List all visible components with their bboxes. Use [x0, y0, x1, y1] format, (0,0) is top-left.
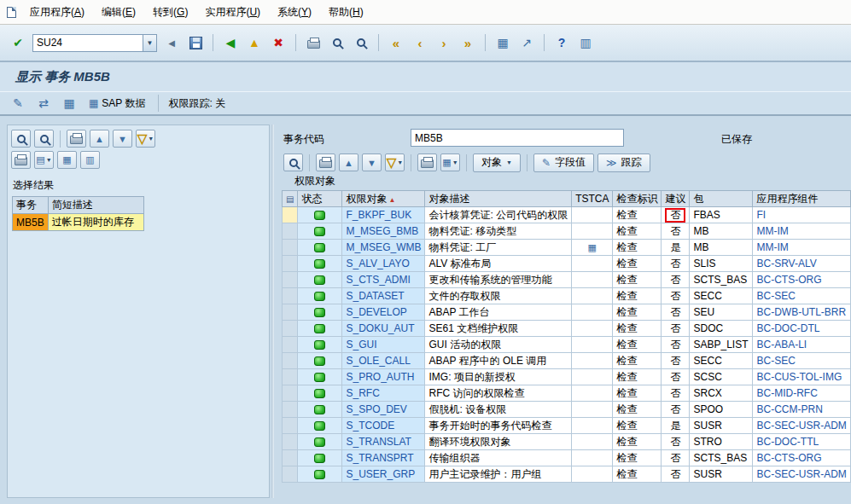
detail-icon[interactable] — [283, 154, 303, 171]
check-flag-column-header[interactable]: 检查标识 — [613, 191, 662, 207]
auth-object-name[interactable]: S_ALV_LAYO — [342, 256, 425, 272]
print-list-icon[interactable] — [67, 130, 86, 148]
auth-object-name[interactable]: S_CTS_ADMI — [342, 272, 425, 288]
menu-item[interactable]: 系统(Y) — [276, 3, 313, 21]
back-icon[interactable]: ◀ — [221, 33, 240, 52]
command-dropdown-icon[interactable]: ▼ — [143, 35, 156, 51]
tcode-column-header[interactable]: 事务 — [13, 197, 49, 214]
views-icon[interactable]: ▦▼ — [440, 154, 460, 171]
filter-icon[interactable]: ▽▼ — [385, 154, 405, 171]
row-selector-cell[interactable] — [283, 353, 298, 369]
auth-object-name[interactable]: S_DEVELOP — [342, 304, 425, 321]
status-green-icon[interactable] — [314, 211, 325, 220]
auth-object-name[interactable]: S_DATASET — [342, 288, 425, 304]
sort-ascending-icon[interactable]: ▲ — [339, 154, 358, 171]
select-all-header[interactable]: ▤ — [283, 191, 298, 207]
enter-icon[interactable]: ✔ — [9, 33, 27, 52]
trace-button[interactable]: ≫ 跟踪 — [597, 154, 650, 172]
status-green-icon[interactable] — [314, 227, 325, 236]
sap-data-button[interactable]: ▦ SAP 数据 — [85, 96, 149, 112]
auth-object-row[interactable]: F_BKPF_BUK会计核算凭证: 公司代码的权限检查否FBASFI — [283, 207, 851, 223]
details-icon[interactable] — [11, 130, 31, 148]
status-green-icon[interactable] — [314, 259, 325, 269]
row-selector-cell[interactable] — [283, 207, 298, 223]
find-next-icon[interactable] — [352, 33, 370, 52]
auth-object-name[interactable]: S_USER_GRP — [342, 466, 425, 483]
status-green-icon[interactable] — [314, 373, 325, 382]
tstca-values-icon[interactable]: ▦ — [588, 242, 597, 252]
selection-row[interactable]: MB5B 过帐日期时的库存 — [13, 214, 144, 231]
auth-object-row[interactable]: S_TRANSLAT翻译环境权限对象检查否STROBC-DOC-TTL — [283, 434, 851, 450]
status-green-icon[interactable] — [314, 340, 325, 350]
customize-layout-icon[interactable]: ▥ — [576, 33, 595, 52]
auth-object-name[interactable]: M_MSEG_WMB — [342, 240, 425, 256]
first-page-icon[interactable]: « — [387, 33, 405, 52]
package-column-header[interactable]: 包 — [690, 191, 753, 207]
print-preview-icon[interactable] — [11, 151, 31, 169]
command-input[interactable] — [33, 35, 143, 51]
last-page-icon[interactable]: » — [458, 33, 477, 52]
auth-object-name[interactable]: S_SPO_DEV — [342, 402, 425, 418]
menu-item[interactable]: 实用程序(U) — [203, 3, 262, 21]
field-values-button[interactable]: ✎ 字段值 — [533, 154, 594, 172]
row-selector-cell[interactable] — [283, 418, 298, 434]
auth-object-row[interactable]: S_DATASET文件的存取权限检查否SECCBC-SEC — [283, 288, 851, 304]
status-green-icon[interactable] — [314, 421, 325, 431]
auth-object-name[interactable]: S_GUI — [342, 337, 425, 353]
print-list-icon[interactable] — [417, 154, 437, 171]
row-selector-cell[interactable] — [283, 223, 298, 240]
filter-icon[interactable]: ▽▼ — [136, 130, 155, 148]
auth-object-row[interactable]: S_OLE_CALLABAP 程序中的 OLE 调用检查否SECCBC-SEC — [283, 353, 851, 369]
auth-object-name[interactable]: S_TRANSLAT — [342, 434, 425, 450]
row-selector-cell[interactable] — [283, 369, 298, 385]
find-icon[interactable] — [328, 33, 347, 52]
status-green-icon[interactable] — [314, 308, 325, 317]
status-green-icon[interactable] — [314, 405, 325, 414]
tstca-column-header[interactable]: TSTCA — [572, 191, 613, 207]
auth-object-row[interactable]: S_TCODE事务开始时的事务代码检查检查是SUSRBC-SEC-USR-ADM — [283, 418, 851, 434]
display-object-icon[interactable] — [34, 130, 54, 148]
help-icon[interactable]: ? — [552, 33, 571, 52]
command-collapse-icon[interactable]: ◀ — [162, 33, 181, 52]
auth-object-column-header[interactable]: 权限对象▲ — [342, 191, 425, 207]
auth-object-name[interactable]: S_PRO_AUTH — [342, 369, 425, 385]
auth-object-row[interactable]: S_USER_GRP用户主记录维护：用户组检查否SUSRBC-SEC-USR-A… — [283, 466, 851, 483]
print-icon[interactable] — [304, 33, 323, 52]
auth-object-row[interactable]: S_DEVELOPABAP 工作台检查否SEUBC-DWB-UTL-BRR — [283, 304, 851, 321]
auth-object-row[interactable]: S_GUIGUI 活动的权限检查否SABP_LISTBC-ABA-LI — [283, 337, 851, 353]
row-selector-cell[interactable] — [283, 304, 298, 321]
auth-object-row[interactable]: S_PRO_AUTHIMG: 项目的新授权检查否SCSCBC-CUS-TOL-I… — [283, 369, 851, 385]
auth-object-row[interactable]: M_MSEG_BMB物料凭证: 移动类型检查否MBMM-IM — [283, 223, 851, 240]
previous-page-icon[interactable]: ‹ — [411, 33, 429, 52]
menu-item[interactable]: 应用程序(A) — [28, 3, 86, 21]
auth-object-row[interactable]: S_TRANSPRT传输组织器检查否SCTS_BASBC-CTS-ORG — [283, 450, 851, 466]
status-green-icon[interactable] — [314, 454, 325, 463]
exit-icon[interactable]: ▲ — [245, 33, 264, 52]
status-green-icon[interactable] — [314, 275, 325, 285]
new-session-icon[interactable]: ▦ — [493, 33, 512, 52]
auth-object-name[interactable]: S_TCODE — [342, 418, 425, 434]
cancel-icon[interactable]: ✖ — [269, 33, 288, 52]
status-green-icon[interactable] — [314, 292, 325, 301]
row-selector-cell[interactable] — [283, 272, 298, 288]
auth-object-row[interactable]: S_RFCRFC 访问的权限检查检查否SRCXBC-MID-RFC — [283, 385, 851, 402]
row-selector-cell[interactable] — [283, 466, 298, 483]
auth-object-row[interactable]: S_ALV_LAYOALV 标准布局检查否SLISBC-SRV-ALV — [283, 256, 851, 272]
objects-button[interactable]: 对象 ▼ — [473, 154, 521, 172]
system-menu-icon[interactable] — [7, 7, 16, 18]
auth-object-row[interactable]: M_MSEG_WMB物料凭证: 工厂▦检查是MBMM-IM — [283, 240, 851, 256]
auth-object-row[interactable]: S_DOKU_AUTSE61 文档维护权限检查否SDOCBC-DOC-DTL — [283, 321, 851, 337]
row-selector-cell[interactable] — [283, 450, 298, 466]
auth-object-name[interactable]: F_BKPF_BUK — [342, 207, 425, 223]
create-shortcut-icon[interactable]: ↗ — [517, 33, 536, 52]
menu-item[interactable]: 帮助(H) — [327, 3, 365, 21]
status-green-icon[interactable] — [314, 389, 325, 398]
sort-ascending-icon[interactable]: ▲ — [90, 130, 109, 148]
status-green-icon[interactable] — [314, 437, 325, 447]
grid-view-icon[interactable]: ▦ — [60, 94, 79, 113]
auth-object-name[interactable]: S_DOKU_AUT — [342, 321, 425, 337]
row-selector-cell[interactable] — [283, 385, 298, 402]
menu-item[interactable]: 转到(G) — [151, 3, 189, 21]
auth-object-name[interactable]: S_OLE_CALL — [342, 353, 425, 369]
column-layout-icon[interactable]: ▥ — [80, 151, 100, 169]
